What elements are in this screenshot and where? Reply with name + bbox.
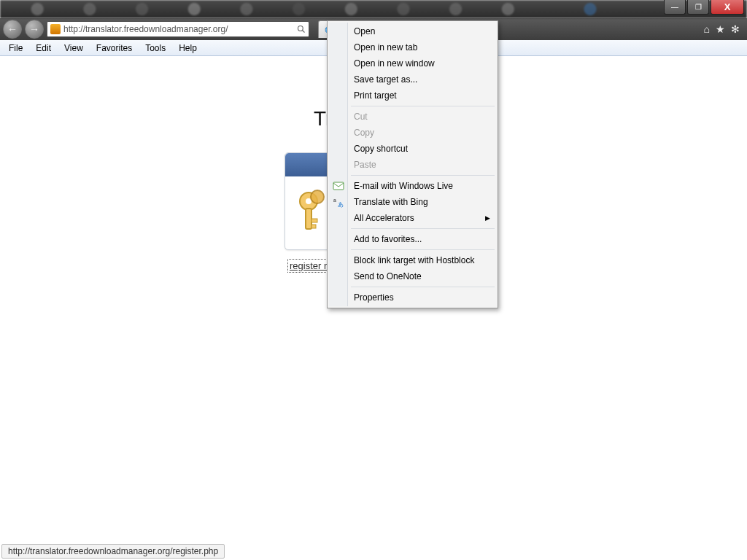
forward-button[interactable]: → [25,20,44,39]
svg-point-0 [298,26,303,31]
ctx-separator [351,249,495,250]
keys-icon [295,190,329,233]
ctx-add-favorites[interactable]: Add to favorites... [329,231,496,247]
svg-rect-11 [311,219,317,222]
close-icon: X [724,1,731,12]
mail-icon [333,180,344,192]
back-button[interactable]: ← [3,20,22,39]
ctx-paste: Paste [329,157,496,173]
close-button[interactable]: X [711,0,744,15]
maximize-icon: ❐ [695,3,702,11]
window-caption-buttons: — ❐ X [664,0,744,15]
command-bar: ⌂ ★ ✻ [700,23,744,35]
menu-view[interactable]: View [58,42,89,55]
ctx-properties[interactable]: Properties [329,289,496,306]
minimize-button[interactable]: — [664,0,686,15]
ctx-all-accelerators[interactable]: All Accelerators ▶ [329,210,496,226]
ctx-print-target[interactable]: Print target [329,88,496,104]
svg-line-1 [303,31,305,33]
back-arrow-icon: ← [7,23,18,35]
status-bar: http://translator.freedownloadmanager.or… [1,544,225,559]
translate-icon: aあ [333,196,344,208]
ctx-label: E-mail with Windows Live [354,181,453,191]
svg-point-13 [311,190,324,203]
site-favicon-icon [50,24,61,34]
maximize-button[interactable]: ❐ [687,0,709,15]
ctx-separator [351,228,495,229]
ctx-block-hostblock[interactable]: Block link target with Hostblock [329,252,496,268]
ctx-send-onenote[interactable]: Send to OneNote [329,268,496,284]
submenu-arrow-icon: ▶ [485,214,490,222]
favorites-icon[interactable]: ★ [716,23,725,35]
ctx-open-new-window[interactable]: Open in new window [329,55,496,71]
svg-rect-12 [311,225,316,228]
ctx-copy-shortcut[interactable]: Copy shortcut [329,141,496,157]
menu-tools[interactable]: Tools [139,42,171,55]
svg-rect-10 [306,209,311,229]
menu-edit[interactable]: Edit [30,42,57,55]
ctx-translate-bing[interactable]: aあ Translate with Bing [329,194,496,210]
search-icon[interactable] [297,25,306,34]
forward-arrow-icon: → [29,23,39,35]
tools-gear-icon[interactable]: ✻ [731,23,740,35]
ctx-separator [351,106,495,106]
ctx-separator [351,175,495,176]
svg-text:あ: あ [338,201,344,208]
home-icon[interactable]: ⌂ [704,23,710,35]
svg-rect-14 [333,182,344,190]
ctx-open[interactable]: Open [329,23,496,39]
menu-help[interactable]: Help [173,42,203,55]
ctx-copy: Copy [329,125,496,141]
svg-text:a: a [333,198,336,203]
address-input[interactable] [63,24,294,34]
ctx-open-new-tab[interactable]: Open in new tab [329,39,496,55]
ctx-cut: Cut [329,109,496,125]
ctx-separator [351,287,495,287]
context-menu: Open Open in new tab Open in new window … [327,20,498,308]
menu-favorites[interactable]: Favorites [90,42,138,55]
minimize-icon: — [671,3,678,11]
ctx-save-target[interactable]: Save target as... [329,71,496,88]
status-text: http://translator.freedownloadmanager.or… [8,546,218,556]
menu-file[interactable]: File [3,42,28,55]
ctx-label: All Accelerators [354,213,414,223]
ctx-label: Translate with Bing [354,197,428,207]
ctx-email-live[interactable]: E-mail with Windows Live [329,178,496,194]
address-bar[interactable] [47,21,309,37]
background-blur-strip [0,0,747,18]
